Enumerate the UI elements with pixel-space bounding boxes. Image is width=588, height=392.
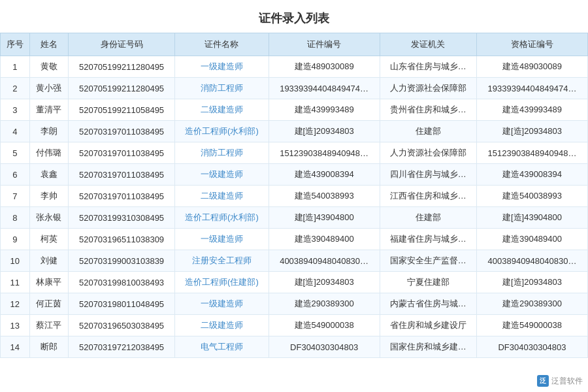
cell-seq: 7: [1, 186, 30, 207]
cell-certname[interactable]: 一级建造师: [175, 164, 269, 186]
cell-certname[interactable]: 电气工程师: [175, 336, 269, 358]
cell-name: 蔡江平: [29, 315, 68, 336]
cell-qualno: 建[造]20934803: [476, 121, 587, 142]
cell-seq: 10: [1, 250, 30, 272]
cell-issuer: 人力资源社会保障部: [380, 142, 476, 164]
cell-idno: 520705199211058495: [68, 99, 174, 121]
cell-qualno: 建造549000038: [476, 315, 587, 336]
cell-issuer: 宁夏住建部: [380, 272, 476, 293]
watermark: 泛 泛普软件: [537, 375, 583, 387]
cell-certno: 建造549000038: [269, 315, 380, 336]
cell-idno: 520703197011038495: [68, 186, 174, 207]
cell-seq: 5: [1, 142, 30, 164]
cell-certno: 建造290389300: [269, 293, 380, 315]
watermark-text: 泛普软件: [551, 376, 583, 387]
cell-idno: 520703196503038495: [68, 315, 174, 336]
cell-idno: 520703196511038309: [68, 229, 174, 250]
col-header-certno: 证件编号: [269, 33, 380, 56]
table-row: 9柯英520703196511038309一级建造师建造390489400福建省…: [1, 229, 588, 250]
table-row: 3董清平520705199211058495二级建造师建造439993489贵州…: [1, 99, 588, 121]
table-row: 14断郎520703197212038495电气工程师DF30403030480…: [1, 336, 588, 358]
cell-seq: 6: [1, 164, 30, 186]
cell-seq: 12: [1, 293, 30, 315]
cell-idno: 520703197011038495: [68, 121, 174, 142]
cell-certname[interactable]: 二级建造师: [175, 315, 269, 336]
cell-qualno: 19339394404849474…: [476, 78, 587, 99]
cell-idno: 520703199810038493: [68, 272, 174, 293]
cell-certname[interactable]: 一级建造师: [175, 293, 269, 315]
cell-certname[interactable]: 造价工程师(住建部): [175, 272, 269, 293]
cell-idno: 520703199310308495: [68, 207, 174, 229]
cell-certname[interactable]: 一级建造师: [175, 56, 269, 78]
cell-qualno: 40038940948040830…: [476, 250, 587, 272]
cell-name: 断郎: [29, 336, 68, 358]
cell-qualno: DF304030304803: [476, 336, 587, 358]
cell-certname[interactable]: 造价工程师(水利部): [175, 121, 269, 142]
table-row: 13蔡江平520703196503038495二级建造师建造549000038省…: [1, 315, 588, 336]
cell-certno: 建造439008394: [269, 164, 380, 186]
cell-name: 黄敬: [29, 56, 68, 78]
cell-seq: 11: [1, 272, 30, 293]
cell-seq: 2: [1, 78, 30, 99]
cell-idno: 520703197011038495: [68, 142, 174, 164]
cell-seq: 4: [1, 121, 30, 142]
cell-name: 刘健: [29, 250, 68, 272]
cell-name: 黄小强: [29, 78, 68, 99]
cell-certname[interactable]: 二级建造师: [175, 99, 269, 121]
cell-issuer: 江西省住房和城乡…: [380, 186, 476, 207]
cell-certname[interactable]: 消防工程师: [175, 142, 269, 164]
cell-certname[interactable]: 一级建造师: [175, 229, 269, 250]
col-header-qualno: 资格证编号: [476, 33, 587, 56]
table-row: 2黄小强520705199211280495消防工程师1933939440484…: [1, 78, 588, 99]
cell-qualno: 建造390489400: [476, 229, 587, 250]
cell-qualno: 建造439008394: [476, 164, 587, 186]
cell-idno: 520703197212038495: [68, 336, 174, 358]
table-row: 12何正茵520703198011048495一级建造师建造290389300内…: [1, 293, 588, 315]
cell-seq: 13: [1, 315, 30, 336]
cell-certno: DF304030304803: [269, 336, 380, 358]
cell-certname[interactable]: 造价工程师(水利部): [175, 207, 269, 229]
col-header-issuer: 发证机关: [380, 33, 476, 56]
cell-name: 张永银: [29, 207, 68, 229]
cell-qualno: 建[造]20934803: [476, 272, 587, 293]
cell-seq: 8: [1, 207, 30, 229]
cell-seq: 3: [1, 99, 30, 121]
cell-certname[interactable]: 二级建造师: [175, 186, 269, 207]
cell-certno: 建造489030089: [269, 56, 380, 78]
cell-name: 袁鑫: [29, 164, 68, 186]
table-header-row: 序号 姓名 身份证号码 证件名称 证件编号 发证机关 资格证编号: [1, 33, 588, 56]
cell-name: 董清平: [29, 99, 68, 121]
cell-issuer: 人力资源社会保障部: [380, 78, 476, 99]
cell-issuer: 国家安全生产监督…: [380, 250, 476, 272]
cell-certno: 19339394404849474…: [269, 78, 380, 99]
cell-certno: 建[造]20934803: [269, 272, 380, 293]
cell-idno: 520703199003103839: [68, 250, 174, 272]
cell-name: 李帅: [29, 186, 68, 207]
cell-name: 何正茵: [29, 293, 68, 315]
table-row: 11林康平520703199810038493造价工程师(住建部)建[造]209…: [1, 272, 588, 293]
cell-certno: 建造439993489: [269, 99, 380, 121]
cell-issuer: 内蒙古省住房与城…: [380, 293, 476, 315]
cell-certno: 建造540038993: [269, 186, 380, 207]
table-row: 6袁鑫520703197011038495一级建造师建造439008394四川省…: [1, 164, 588, 186]
table-row: 10刘健520703199003103839注册安全工程师40038940948…: [1, 250, 588, 272]
table-row: 5付伟璐520703197011038495消防工程师1512390384894…: [1, 142, 588, 164]
cell-name: 柯英: [29, 229, 68, 250]
cell-qualno: 建造290389300: [476, 293, 587, 315]
cell-name: 付伟璐: [29, 142, 68, 164]
cell-qualno: 建造489030089: [476, 56, 587, 78]
cell-certno: 15123903848940948…: [269, 142, 380, 164]
cell-idno: 520703197011038495: [68, 164, 174, 186]
cell-certno: 40038940948040830…: [269, 250, 380, 272]
table-row: 8张永银520703199310308495造价工程师(水利部)建[造]4390…: [1, 207, 588, 229]
cell-issuer: 住建部: [380, 207, 476, 229]
cell-issuer: 福建省住房与城乡…: [380, 229, 476, 250]
col-header-idno: 身份证号码: [68, 33, 174, 56]
cell-certname[interactable]: 注册安全工程师: [175, 250, 269, 272]
cell-issuer: 住建部: [380, 121, 476, 142]
cell-issuer: 四川省住房与城乡…: [380, 164, 476, 186]
cell-seq: 14: [1, 336, 30, 358]
cell-issuer: 国家住房和城乡建…: [380, 336, 476, 358]
cell-idno: 520705199211280495: [68, 56, 174, 78]
cell-certname[interactable]: 消防工程师: [175, 78, 269, 99]
